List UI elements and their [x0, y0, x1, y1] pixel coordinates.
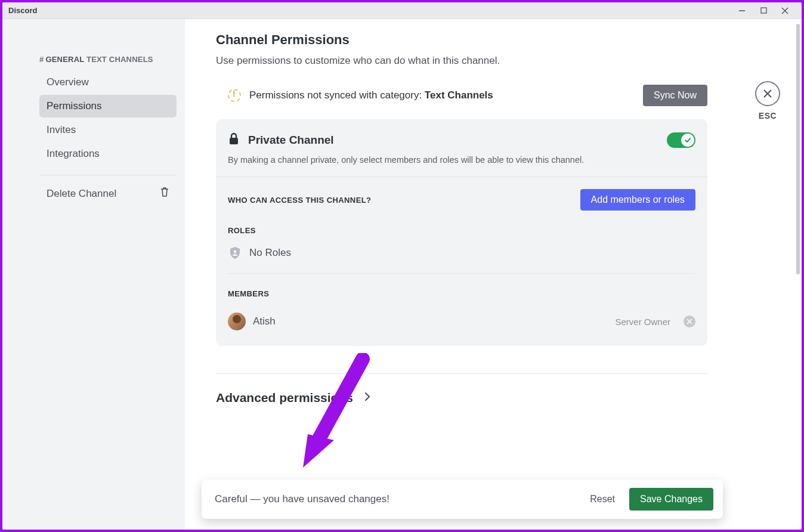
- member-row: Atish Server Owner: [228, 307, 695, 334]
- chevron-right-icon: [364, 391, 371, 404]
- sync-now-button[interactable]: Sync Now: [643, 85, 707, 106]
- warning-icon: [228, 89, 241, 102]
- role-badge-icon: [228, 246, 242, 260]
- settings-sidebar: #GENERAL TEXT CHANNELS Overview Permissi…: [2, 19, 185, 530]
- close-settings-button[interactable]: [755, 81, 780, 106]
- app-window: Discord #GENERAL TEXT CHANNELS Overview …: [2, 2, 802, 530]
- check-icon: [684, 137, 691, 144]
- members-heading: MEMBERS: [228, 289, 695, 298]
- close-icon: [762, 88, 773, 99]
- svg-point-5: [234, 250, 237, 253]
- delete-channel-label: Delete Channel: [47, 188, 116, 200]
- esc-label: ESC: [755, 111, 780, 120]
- main-content: Channel Permissions Use permissions to c…: [185, 19, 802, 530]
- advanced-permissions-label: Advanced permissions: [216, 391, 353, 405]
- window-title: Discord: [8, 6, 37, 15]
- toggle-knob: [681, 134, 694, 147]
- section-divider: [216, 373, 707, 374]
- scrollbar-track[interactable]: [796, 21, 800, 527]
- access-heading: WHO CAN ACCESS THIS CHANNEL?: [228, 196, 371, 205]
- remove-member-button[interactable]: [684, 316, 695, 327]
- sync-prefix: Permissions not synced with category:: [249, 89, 425, 101]
- sidebar-divider: [39, 175, 177, 175]
- unsaved-text: Careful — you have unsaved changes!: [215, 493, 582, 505]
- hash-icon: #: [39, 55, 44, 64]
- sync-text: Permissions not synced with category: Te…: [249, 89, 635, 101]
- scrollbar-thumb[interactable]: [796, 24, 800, 274]
- sidebar-item-integrations[interactable]: Integrations: [39, 143, 177, 165]
- sidebar-item-overview[interactable]: Overview: [39, 71, 177, 94]
- channel-category-label: TEXT CHANNELS: [86, 55, 153, 64]
- sync-category: Text Channels: [425, 89, 493, 101]
- sidebar-item-permissions[interactable]: Permissions: [39, 95, 177, 117]
- sidebar-heading: #GENERAL TEXT CHANNELS: [39, 55, 177, 64]
- svg-rect-1: [761, 8, 766, 13]
- sidebar-item-invites[interactable]: Invites: [39, 119, 177, 141]
- titlebar: Discord: [2, 2, 802, 19]
- lock-icon: [228, 132, 240, 148]
- reset-button[interactable]: Reset: [582, 489, 623, 509]
- window-maximize-button[interactable]: [753, 5, 774, 17]
- member-name: Atish: [253, 316, 608, 327]
- maximize-icon: [760, 7, 767, 14]
- minimize-icon: [738, 7, 746, 14]
- private-channel-description: By making a channel private, only select…: [228, 155, 695, 165]
- close-settings: ESC: [755, 81, 780, 120]
- avatar: [228, 313, 246, 330]
- window-minimize-button[interactable]: [731, 5, 753, 17]
- window-close-button[interactable]: [774, 5, 796, 17]
- x-icon: [687, 318, 692, 324]
- unsaved-changes-bar: Careful — you have unsaved changes! Rese…: [202, 480, 723, 519]
- permissions-panel: Private Channel By making a channel priv…: [216, 119, 707, 346]
- private-channel-title: Private Channel: [248, 134, 658, 147]
- sidebar-item-delete-channel[interactable]: Delete Channel: [39, 181, 177, 206]
- page-title: Channel Permissions: [216, 32, 707, 48]
- trash-icon: [160, 187, 169, 200]
- channel-name: GENERAL: [45, 55, 84, 64]
- add-members-roles-button[interactable]: Add members or roles: [580, 189, 695, 211]
- sync-notice: Permissions not synced with category: Te…: [216, 83, 707, 119]
- svg-rect-4: [230, 138, 238, 144]
- roles-heading: ROLES: [228, 226, 695, 235]
- close-icon: [781, 7, 788, 14]
- member-tag: Server Owner: [615, 317, 670, 327]
- no-roles-text: No Roles: [249, 247, 291, 259]
- page-description: Use permissions to customize who can do …: [216, 55, 707, 67]
- save-changes-button[interactable]: Save Changes: [629, 488, 713, 511]
- advanced-permissions-button[interactable]: Advanced permissions: [216, 391, 707, 405]
- no-roles-row: No Roles: [228, 243, 695, 262]
- private-channel-toggle[interactable]: [667, 132, 695, 148]
